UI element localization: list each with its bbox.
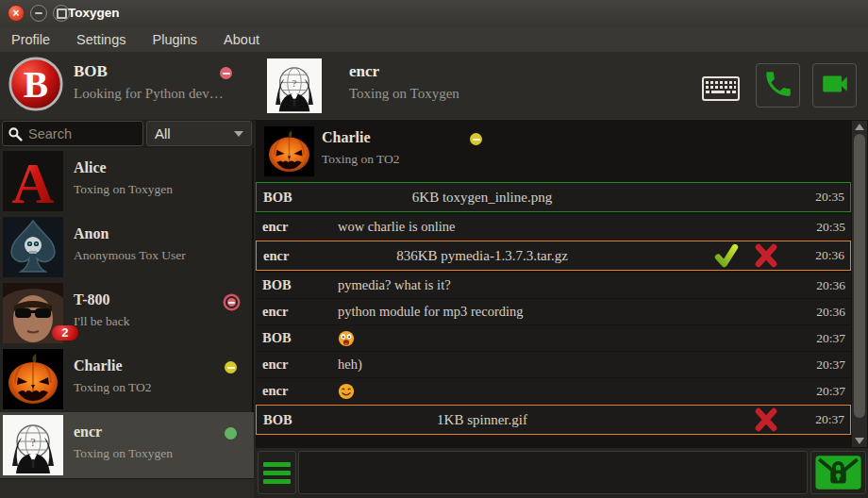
smile-emoji-icon [338,383,355,400]
titlebar[interactable]: × Toxygen [0,0,868,28]
cancel-file-button[interactable] [754,243,778,268]
send-button-panel [810,451,866,494]
active-contact-name: encr [349,62,379,81]
chat-peer-status-icon [470,133,482,145]
send-message-button[interactable] [814,455,862,490]
self-status-message: Looking for Python dev… [74,86,224,102]
scrollbar-thumb[interactable] [854,134,865,418]
message-input[interactable] [298,451,808,494]
sidebar-footer [0,478,254,498]
search-row: All [0,120,254,148]
chat-scrollbar[interactable] [852,121,867,447]
accept-file-button[interactable] [714,243,739,268]
menu-plugins[interactable]: Plugins [153,32,198,47]
contact-name: encr [74,423,102,440]
contact-list-item[interactable]: Anon Anonymous Tox User [0,214,254,280]
message-time: 20:37 [794,331,851,346]
menu-profile[interactable]: Profile [11,32,50,47]
contact-list-item[interactable]: T-800 I'll be back 2 [0,280,254,346]
message-text: wow charlie is online [335,219,794,235]
contact-avatar [3,349,63,409]
message-author: encr [256,383,335,399]
message-author: encr [257,248,336,264]
message-text: heh) [335,357,794,373]
message-time: 20:37 [793,412,850,427]
attachment-menu-button[interactable] [258,451,296,494]
contact-status-icon [225,427,237,440]
message-row[interactable]: encr 20:37 [256,378,851,404]
message-row[interactable]: encr python module for mp3 recording20:3… [256,299,851,324]
search-icon [8,126,23,141]
audio-call-button[interactable] [756,63,800,108]
message-time: 20:36 [793,248,850,263]
message-row[interactable]: encr wow charlie is online20:35 [256,214,851,240]
contact-name: Alice [74,159,107,176]
chat-peer-status-message: Toxing on TO2 [322,152,400,167]
maximize-icon [57,8,67,19]
message-author: encr [256,357,335,373]
cancel-file-button[interactable] [754,407,778,432]
chat-peer-name: Charlie [322,129,371,146]
menu-about[interactable]: About [224,32,259,47]
active-contact-avatar: ? [267,58,322,113]
message-row[interactable]: encr heh)20:37 [256,352,851,377]
self-status-icon[interactable] [220,67,232,79]
contact-filter-dropdown[interactable]: All [146,121,252,146]
message-text: pymedia? what is it? [335,277,794,293]
toxygen-window: × Toxygen Profile Settings Plugins About… [0,0,868,498]
svg-text:B: B [24,64,48,106]
chat-peer-avatar [264,126,314,176]
message-time: 20:37 [794,357,851,373]
message-row[interactable]: BOB 1KB spinner.gif20:37 [256,405,851,435]
chat-peer-header[interactable]: Charlie Toxing on TO2 [256,121,851,179]
secure-envelope-lock-icon [814,455,862,490]
file-transfer-name: 6KB toxygen_inline.png [336,190,628,206]
menubar: Profile Settings Plugins About [0,27,868,52]
contact-filter-value: All [155,125,171,141]
message-author: BOB [256,277,335,293]
top-panel: B BOB Looking for Python dev… ? encr Tox… [0,52,868,121]
svg-text:?: ? [292,77,297,89]
videocam-icon [819,68,851,103]
window-title: Toxygen [68,6,120,20]
contact-status-icon [227,298,236,307]
unread-count-badge: 2 [52,325,78,340]
message-row[interactable]: BOB 20:37 [256,325,851,351]
message-time: 20:36 [794,278,851,293]
contact-status-message: Toxing on TO2 [74,380,152,395]
message-time: 20:36 [794,305,851,320]
contact-list: A Alice Toxing on Toxygen Anon Anonymous… [0,148,254,478]
search-box[interactable] [2,121,143,146]
scroll-up-arrow[interactable] [852,121,867,133]
contact-list-item[interactable]: A Alice Toxing on Toxygen [0,148,254,214]
contact-avatar: ? [3,415,63,475]
minimize-button[interactable] [30,5,47,22]
contact-avatar [3,217,63,277]
message-row[interactable]: BOB pymedia? what is it?20:36 [256,273,851,298]
sidebar: All A Alice Toxing on Toxygen Anon Anony… [0,120,254,498]
message-time: 20:35 [794,220,851,235]
message-row[interactable]: encr 836KB pymedia-1.3.7.3.tar.gz20:36 [256,241,851,271]
contact-name: Anon [74,225,108,242]
search-input[interactable] [26,125,142,142]
contact-avatar: A [3,151,63,211]
contact-list-item[interactable]: Charlie Toxing on TO2 [0,346,254,412]
message-author: encr [256,304,335,320]
video-call-button[interactable] [812,63,857,108]
file-transfer-name: 1KB spinner.gif [336,412,628,428]
message-author: encr [256,219,335,235]
contact-list-item[interactable]: ? encr Toxing on Toxygen [0,412,254,478]
contact-name: T-800 [74,291,110,308]
self-avatar[interactable]: B [8,56,64,112]
scroll-down-arrow[interactable] [852,435,867,447]
phone-icon [762,68,794,103]
chat-area: Charlie Toxing on TO2 BOB 6KB toxygen_in… [256,120,868,498]
hamburger-icon [263,462,291,467]
active-contact-status-message: Toxing on Toxygen [349,86,459,102]
menu-settings[interactable]: Settings [76,32,125,47]
close-button[interactable]: × [8,5,25,22]
chevron-down-icon [234,131,243,137]
self-name: BOB [74,62,108,81]
message-row[interactable]: BOB 6KB toxygen_inline.png20:35 [256,182,851,212]
typing-keyboard-icon [702,76,740,101]
